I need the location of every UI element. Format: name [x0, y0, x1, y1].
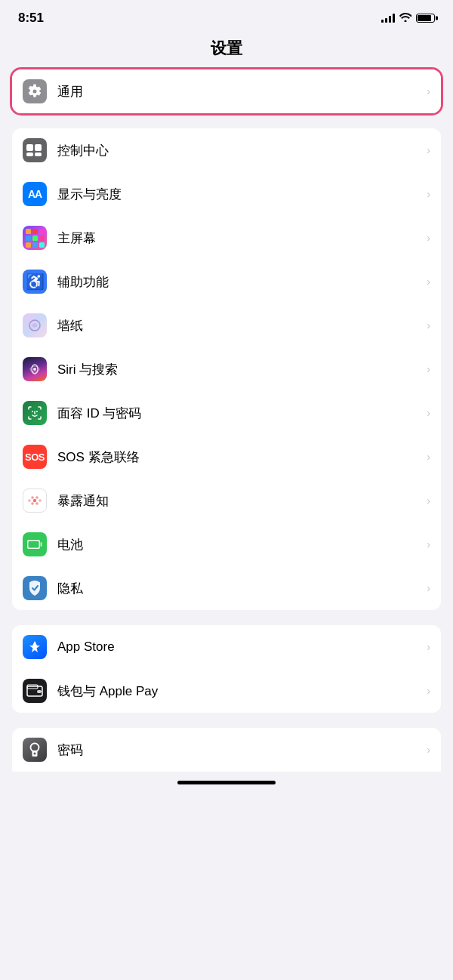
svg-rect-18	[37, 690, 42, 693]
sos-chevron: ›	[427, 451, 430, 463]
svg-point-19	[31, 744, 39, 752]
row-control-center[interactable]: 控制中心 ›	[12, 128, 441, 172]
wallpaper-label: 墙纸	[57, 317, 422, 334]
row-appstore[interactable]: App Store ›	[12, 625, 441, 669]
row-exposure[interactable]: 暴露通知 ›	[12, 479, 441, 522]
display-label: 显示与亮度	[57, 186, 422, 203]
faceid-icon	[23, 401, 47, 425]
passwords-chevron: ›	[427, 744, 430, 756]
row-faceid[interactable]: 面容 ID 与密码 ›	[12, 391, 441, 435]
battery-row-icon	[23, 532, 47, 556]
accessibility-icon: ♿	[23, 270, 47, 294]
wallet-label: 钱包与 Apple Pay	[57, 683, 422, 700]
svg-point-4	[32, 411, 33, 412]
siri-chevron: ›	[427, 363, 430, 375]
display-icon: AA	[23, 182, 47, 206]
home-screen-label: 主屏幕	[57, 230, 422, 247]
svg-point-21	[34, 753, 36, 755]
svg-point-6	[28, 499, 31, 502]
wallet-icon	[23, 679, 47, 703]
page-title: 设置	[0, 32, 453, 69]
password-icon	[23, 738, 47, 762]
sos-label: SOS 紧急联络	[57, 448, 422, 466]
row-battery[interactable]: 电池 ›	[12, 522, 441, 566]
exposure-chevron: ›	[427, 495, 430, 507]
general-icon	[23, 79, 47, 103]
svg-point-10	[35, 496, 39, 499]
faceid-label: 面容 ID 与密码	[57, 405, 422, 422]
passwords-label: 密码	[57, 741, 422, 759]
accessibility-label: 辅助功能	[57, 273, 422, 291]
general-chevron: ›	[427, 85, 430, 97]
siri-icon	[23, 357, 47, 381]
row-home-screen[interactable]: 主屏幕 ›	[12, 216, 441, 260]
section-general: 通用 ›	[12, 69, 441, 113]
row-passwords[interactable]: 密码 ›	[12, 728, 441, 772]
exposure-icon	[23, 488, 47, 513]
svg-point-8	[31, 502, 34, 505]
exposure-label: 暴露通知	[57, 492, 422, 510]
faceid-chevron: ›	[427, 407, 430, 419]
cc-chevron: ›	[427, 144, 430, 156]
privacy-icon	[23, 576, 47, 600]
row-privacy[interactable]: 隐私 ›	[12, 566, 441, 610]
battery-icon	[416, 14, 435, 23]
wallpaper-icon	[23, 313, 47, 337]
control-center-label: 控制中心	[57, 142, 422, 159]
sos-icon: SOS	[23, 445, 47, 469]
privacy-label: 隐私	[57, 580, 422, 597]
wallet-chevron: ›	[427, 685, 430, 697]
appstore-icon	[23, 635, 47, 659]
home-screen-icon	[23, 226, 47, 250]
row-display[interactable]: AA 显示与亮度 ›	[12, 172, 441, 216]
wifi-icon	[399, 12, 411, 24]
status-time: 8:51	[18, 11, 44, 26]
battery-label: 电池	[57, 536, 422, 553]
svg-point-5	[36, 411, 38, 412]
siri-label: Siri 与搜索	[57, 361, 422, 378]
svg-point-12	[39, 499, 42, 502]
section-main: 控制中心 › AA 显示与亮度 › 主屏幕 ›	[12, 128, 441, 610]
signal-icon	[381, 14, 395, 23]
privacy-chevron: ›	[427, 582, 430, 594]
svg-point-11	[35, 502, 39, 505]
row-siri[interactable]: Siri 与搜索 ›	[12, 347, 441, 391]
general-label: 通用	[57, 83, 422, 100]
row-sos[interactable]: SOS SOS 紧急联络 ›	[12, 435, 441, 479]
svg-point-3	[33, 368, 36, 371]
status-bar: 8:51	[0, 0, 453, 32]
control-center-icon	[23, 138, 47, 162]
appstore-chevron: ›	[427, 641, 430, 653]
row-wallpaper[interactable]: 墙纸 ›	[12, 304, 441, 347]
battery-chevron: ›	[427, 538, 430, 550]
row-accessibility[interactable]: ♿ 辅助功能 ›	[12, 260, 441, 304]
svg-point-9	[33, 499, 36, 502]
section-store: App Store › 钱包与 Apple Pay ›	[12, 625, 441, 713]
accessibility-chevron: ›	[427, 276, 430, 288]
display-chevron: ›	[427, 188, 430, 200]
svg-rect-15	[29, 541, 39, 548]
home-screen-chevron: ›	[427, 232, 430, 244]
appstore-label: App Store	[57, 639, 422, 655]
status-icons	[381, 12, 435, 24]
wallpaper-chevron: ›	[427, 319, 430, 331]
row-wallet[interactable]: 钱包与 Apple Pay ›	[12, 669, 441, 713]
row-general[interactable]: 通用 ›	[12, 69, 441, 113]
home-indicator	[177, 781, 276, 784]
svg-point-7	[31, 496, 34, 499]
svg-rect-14	[41, 542, 42, 547]
section-passwords: 密码 ›	[12, 728, 441, 772]
